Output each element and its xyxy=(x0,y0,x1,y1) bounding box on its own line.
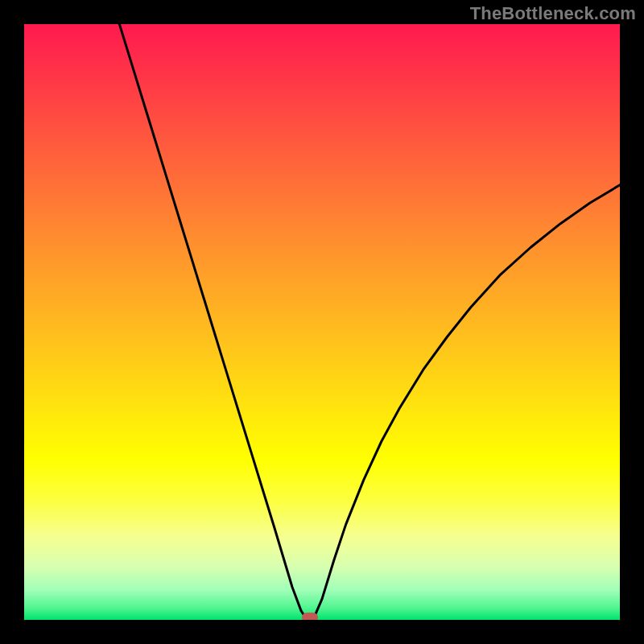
plot-area xyxy=(24,24,620,620)
watermark-text: TheBottleneck.com xyxy=(470,3,636,24)
bottleneck-curve xyxy=(24,24,620,620)
chart-frame: TheBottleneck.com xyxy=(0,0,644,644)
optimal-marker xyxy=(302,613,318,620)
